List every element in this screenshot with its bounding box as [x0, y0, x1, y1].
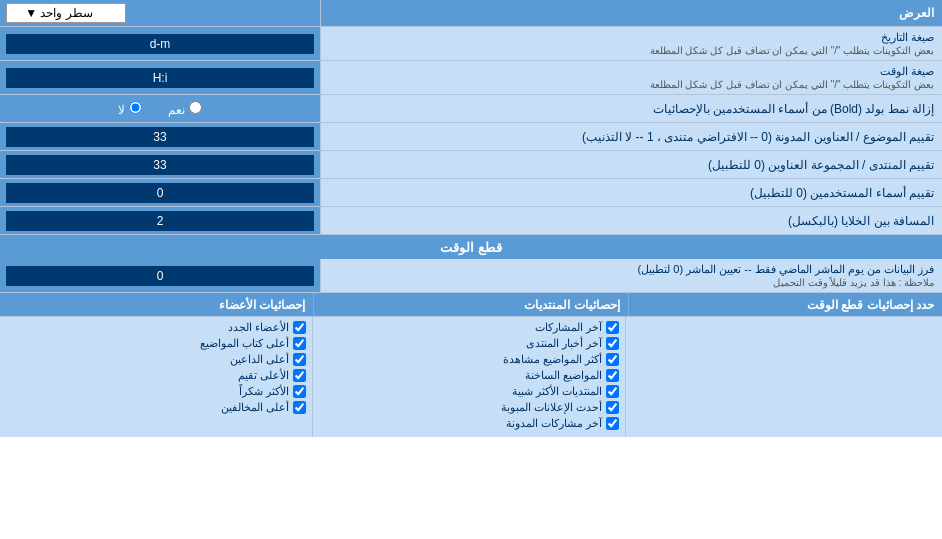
- list-item: الأعضاء الجدد: [6, 321, 306, 334]
- list-item: آخر أخبار المنتدى: [319, 337, 619, 350]
- col1-header: إحصائيات المنتديات: [313, 293, 627, 316]
- forum-order-input-cell: [0, 151, 320, 178]
- cutoff-section-header: قطع الوقت: [0, 235, 942, 259]
- distance-input-cell: [0, 207, 320, 234]
- checkbox-col2-1[interactable]: [293, 337, 306, 350]
- distance-label: المسافة بين الخلايا (بالبكسل): [320, 207, 942, 234]
- radio-yes-label: نعم: [168, 101, 201, 117]
- bold-yes-radio[interactable]: [189, 101, 202, 114]
- ard-label: العرض: [320, 0, 942, 26]
- list-item: أعلى المخالفين: [6, 401, 306, 414]
- checkbox-col1-4[interactable]: [606, 385, 619, 398]
- checkbox-col2-2[interactable]: [293, 353, 306, 366]
- col2-header: إحصائيات الأعضاء: [0, 293, 313, 316]
- checkbox-col2-5[interactable]: [293, 401, 306, 414]
- list-item: آخر المشاركات: [319, 321, 619, 334]
- list-item: الأكثر شكراً: [6, 385, 306, 398]
- distance-input[interactable]: [6, 211, 314, 231]
- bold-remove-label: إزالة نمط بولد (Bold) من أسماء المستخدمي…: [320, 95, 942, 122]
- list-item: المواضيع الساخنة: [319, 369, 619, 382]
- radio-no-label: لا: [118, 101, 141, 117]
- forum-order-label: تقييم المنتدى / المجموعة العناوين (0 للت…: [320, 151, 942, 178]
- bold-no-radio[interactable]: [129, 101, 142, 114]
- list-item: أحدث الإعلانات المبوبة: [319, 401, 619, 414]
- checkbox-col2-3[interactable]: [293, 369, 306, 382]
- checkbox-col1-5[interactable]: [606, 401, 619, 414]
- list-item: المنتديات الأكثر شبية: [319, 385, 619, 398]
- topic-order-input[interactable]: [6, 127, 314, 147]
- checkbox-col1-6[interactable]: [606, 417, 619, 430]
- topic-order-label: تقييم الموضوع / العناوين المدونة (0 -- ا…: [320, 123, 942, 150]
- cutoff-title: قطع الوقت: [0, 236, 942, 259]
- display-dropdown-cell: سطر واحد ▼: [0, 0, 320, 26]
- checkbox-col1-2[interactable]: [606, 353, 619, 366]
- list-item: أعلى كتاب المواضيع: [6, 337, 306, 350]
- time-format-input[interactable]: [6, 68, 314, 88]
- date-format-label: صيغة التاريخبعض التكوينات يتطلب "/" التي…: [320, 27, 942, 60]
- time-format-input-cell: [0, 61, 320, 94]
- cutoff-input-cell: [0, 259, 320, 292]
- limit-label: حدد إحصائيات قطع الوقت: [628, 293, 942, 316]
- checkbox-section: آخر المشاركات آخر أخبار المنتدى أكثر الم…: [0, 317, 942, 437]
- date-format-input-cell: [0, 27, 320, 60]
- bold-remove-radio-cell: نعم لا: [0, 95, 320, 122]
- topic-order-input-cell: [0, 123, 320, 150]
- col2-checkboxes: الأعضاء الجدد أعلى كتاب المواضيع أعلى ال…: [0, 317, 312, 437]
- col1-checkboxes: آخر المشاركات آخر أخبار المنتدى أكثر الم…: [312, 317, 625, 437]
- bottom-header: حدد إحصائيات قطع الوقت إحصائيات المنتديا…: [0, 293, 942, 317]
- list-item: الأعلى تقيم: [6, 369, 306, 382]
- cutoff-label: فرز البيانات من يوم الماشر الماضي فقط --…: [320, 259, 942, 292]
- empty-label-area: [625, 317, 942, 437]
- date-format-input[interactable]: [6, 34, 314, 54]
- display-dropdown[interactable]: سطر واحد ▼: [6, 3, 126, 23]
- checkbox-col1-1[interactable]: [606, 337, 619, 350]
- list-item: أكثر المواضيع مشاهدة: [319, 353, 619, 366]
- checkbox-col2-0[interactable]: [293, 321, 306, 334]
- forum-order-input[interactable]: [6, 155, 314, 175]
- checkbox-col1-0[interactable]: [606, 321, 619, 334]
- list-item: أعلى الداعين: [6, 353, 306, 366]
- checkbox-col1-3[interactable]: [606, 369, 619, 382]
- users-order-input[interactable]: [6, 183, 314, 203]
- checkbox-col2-4[interactable]: [293, 385, 306, 398]
- time-format-label: صيغة الوقتبعض التكوينات يتطلب "/" التي ي…: [320, 61, 942, 94]
- users-order-label: تقييم أسماء المستخدمين (0 للتطبيل): [320, 179, 942, 206]
- cutoff-input[interactable]: [6, 266, 314, 286]
- list-item: آخر مشاركات المدونة: [319, 417, 619, 430]
- users-order-input-cell: [0, 179, 320, 206]
